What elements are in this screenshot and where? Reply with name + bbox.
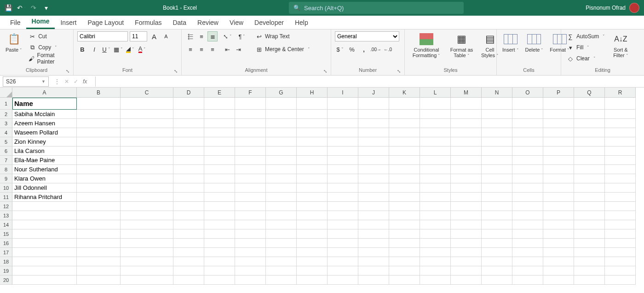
cell-O6[interactable] — [512, 146, 543, 156]
cell-E12[interactable] — [204, 202, 235, 211]
cell-N11[interactable] — [482, 193, 512, 202]
cell-K15[interactable] — [389, 229, 420, 239]
cell-N3[interactable] — [482, 119, 512, 128]
cell-F20[interactable] — [235, 275, 266, 285]
col-header-B[interactable]: B — [77, 88, 121, 98]
row-header-3[interactable]: 3 — [0, 119, 12, 128]
tab-formulas[interactable]: Formulas — [129, 16, 167, 29]
row-header-14[interactable]: 14 — [0, 220, 12, 229]
cell-D1[interactable] — [173, 98, 204, 110]
cell-C5[interactable] — [121, 137, 173, 146]
col-header-Q[interactable]: Q — [574, 88, 605, 98]
tab-home[interactable]: Home — [26, 15, 55, 29]
cell-R2[interactable] — [605, 110, 636, 119]
cell-A3[interactable]: Azeem Hansen — [12, 119, 77, 128]
cell-G19[interactable] — [266, 266, 297, 275]
cell-M10[interactable] — [451, 183, 482, 193]
cell-J5[interactable] — [358, 137, 389, 146]
cell-R6[interactable] — [605, 146, 636, 156]
cell-K6[interactable] — [389, 146, 420, 156]
cell-O16[interactable] — [512, 239, 543, 248]
cell-O17[interactable] — [512, 248, 543, 257]
cell-C15[interactable] — [121, 229, 173, 239]
cell-H6[interactable] — [297, 146, 328, 156]
cell-Q10[interactable] — [574, 183, 605, 193]
row-header-8[interactable]: 8 — [0, 165, 12, 174]
cell-E11[interactable] — [204, 193, 235, 202]
cell-O8[interactable] — [512, 165, 543, 174]
copy-button[interactable]: ⧉Copy — [27, 42, 69, 53]
clear-button[interactable]: ◇Clear — [565, 53, 607, 64]
cell-I16[interactable] — [328, 239, 358, 248]
cell-B14[interactable] — [77, 220, 121, 229]
orientation-button[interactable]: ⤡ — [222, 31, 232, 41]
cell-N14[interactable] — [482, 220, 512, 229]
cell-D8[interactable] — [173, 165, 204, 174]
cell-H17[interactable] — [297, 248, 328, 257]
cell-O5[interactable] — [512, 137, 543, 146]
cell-C17[interactable] — [121, 248, 173, 257]
cell-A8[interactable]: Nour Sutherland — [12, 165, 77, 174]
cell-E10[interactable] — [204, 183, 235, 193]
cell-M13[interactable] — [451, 211, 482, 220]
cell-P1[interactable] — [543, 98, 574, 110]
cell-F15[interactable] — [235, 229, 266, 239]
cell-M1[interactable] — [451, 98, 482, 110]
cell-C10[interactable] — [121, 183, 173, 193]
cell-G13[interactable] — [266, 211, 297, 220]
font-name-input[interactable] — [77, 31, 128, 41]
cell-R5[interactable] — [605, 137, 636, 146]
cell-I10[interactable] — [328, 183, 358, 193]
cell-Q11[interactable] — [574, 193, 605, 202]
cell-J18[interactable] — [358, 257, 389, 266]
cell-K7[interactable] — [389, 156, 420, 165]
cell-R13[interactable] — [605, 211, 636, 220]
cell-P16[interactable] — [543, 239, 574, 248]
cell-K13[interactable] — [389, 211, 420, 220]
cell-C7[interactable] — [121, 156, 173, 165]
cell-O12[interactable] — [512, 202, 543, 211]
cell-B8[interactable] — [77, 165, 121, 174]
cell-D12[interactable] — [173, 202, 204, 211]
cell-G18[interactable] — [266, 257, 297, 266]
cell-J15[interactable] — [358, 229, 389, 239]
align-left-button[interactable]: ≡ — [185, 44, 196, 54]
cell-L1[interactable] — [420, 98, 451, 110]
cell-K9[interactable] — [389, 174, 420, 183]
cell-I3[interactable] — [328, 119, 358, 128]
cell-C12[interactable] — [121, 202, 173, 211]
italic-button[interactable]: I — [89, 44, 99, 54]
cell-R18[interactable] — [605, 257, 636, 266]
cell-L6[interactable] — [420, 146, 451, 156]
cell-Q8[interactable] — [574, 165, 605, 174]
cell-D9[interactable] — [173, 174, 204, 183]
cell-R9[interactable] — [605, 174, 636, 183]
col-header-J[interactable]: J — [358, 88, 389, 98]
cell-D20[interactable] — [173, 275, 204, 285]
cell-B3[interactable] — [77, 119, 121, 128]
cell-J3[interactable] — [358, 119, 389, 128]
cell-G10[interactable] — [266, 183, 297, 193]
cell-K16[interactable] — [389, 239, 420, 248]
cell-B20[interactable] — [77, 275, 121, 285]
cell-L13[interactable] — [420, 211, 451, 220]
cell-R14[interactable] — [605, 220, 636, 229]
cell-L5[interactable] — [420, 137, 451, 146]
cell-D14[interactable] — [173, 220, 204, 229]
cell-P7[interactable] — [543, 156, 574, 165]
fx-icon[interactable]: fx — [83, 78, 90, 85]
cell-A1[interactable]: Name — [12, 98, 77, 110]
font-size-input[interactable] — [130, 31, 147, 41]
cell-O3[interactable] — [512, 119, 543, 128]
cell-G6[interactable] — [266, 146, 297, 156]
formula-input[interactable] — [95, 76, 644, 87]
decrease-font-icon[interactable]: A — [161, 31, 171, 41]
cell-N17[interactable] — [482, 248, 512, 257]
cell-B10[interactable] — [77, 183, 121, 193]
tab-view[interactable]: View — [224, 16, 249, 29]
cell-Q12[interactable] — [574, 202, 605, 211]
cell-N19[interactable] — [482, 266, 512, 275]
cell-A14[interactable] — [12, 220, 77, 229]
paste-button[interactable]: 📋 Paste — [4, 31, 24, 54]
cell-C14[interactable] — [121, 220, 173, 229]
